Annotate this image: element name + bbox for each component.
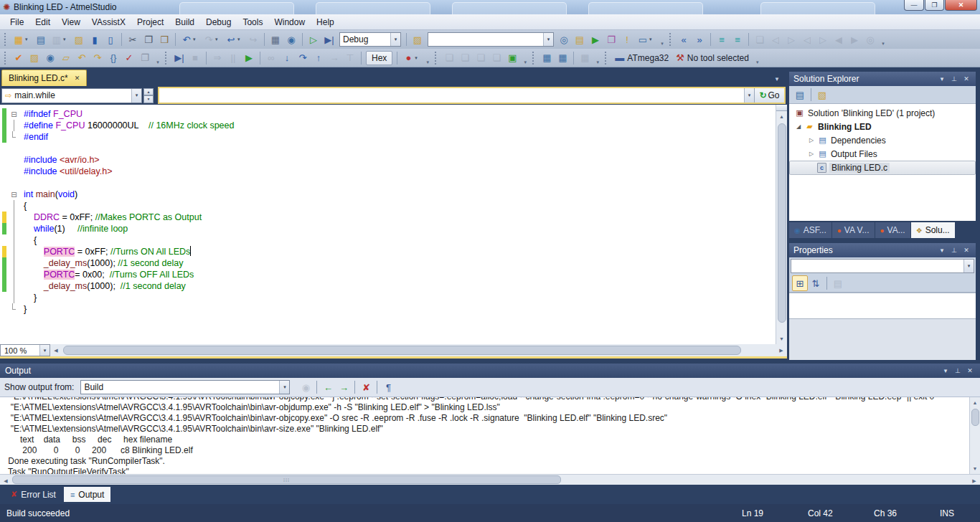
toolbar-grip[interactable] [435,52,439,65]
find-combo[interactable]: ▾ [428,32,554,47]
scroll-left-icon[interactable]: ◀ [0,475,11,487]
se-properties-button[interactable]: ▤ [792,87,808,103]
code-line-7[interactable] [0,177,787,189]
watch-window-button[interactable]: ❏ [441,50,457,66]
spinner-up-icon[interactable]: ▲ [143,88,154,96]
step-out-button[interactable]: ↑ [311,50,326,66]
toolbar-overflow-icon[interactable]: ▾ [659,32,666,47]
chevron-down-icon[interactable]: ▾ [390,33,400,46]
code-line-2[interactable]: #define F_CPU 16000000UL // 16MHz clock … [0,120,787,131]
spinner-down-icon[interactable]: ▼ [143,95,154,103]
code-line-17[interactable]: } [0,292,787,303]
document-tab[interactable]: Blinking LED.c* ✕ [1,70,87,86]
chevron-down-icon[interactable]: ▾ [543,33,553,46]
property-pages-button[interactable]: ▤ [830,275,846,291]
start-without-debugging-button[interactable]: ▶| [321,32,337,47]
va-find-references-button[interactable]: ◉ [42,50,58,66]
panel-tab-asf[interactable]: ◉ASF... [789,222,831,238]
autos-window-button[interactable]: ❏ [457,50,473,66]
toolbar-grip[interactable] [4,33,9,46]
locals-window-button[interactable]: ❏ [473,50,489,66]
menu-tools[interactable]: Tools [237,16,268,29]
scope-combo[interactable]: ⇨ main.while ▾ [1,88,142,103]
chevron-down-icon[interactable]: ▾ [415,55,421,61]
properties-window-button[interactable]: ▤ [572,32,588,47]
toolbar-grip[interactable] [165,52,169,65]
chip-config-button[interactable]: ▦ [555,50,570,66]
code-line-15[interactable]: PORTC= 0x00; //Turns OFF All LEDs [0,269,787,280]
scroll-up-icon[interactable]: ▲ [970,397,980,408]
splitter-handle[interactable] [776,105,787,111]
code-line-18[interactable]: } [0,303,787,315]
expander-collapsed-icon[interactable]: ▷ [806,151,816,157]
chevron-down-icon[interactable]: ▾ [963,260,974,272]
open-file-button[interactable]: ▨ [71,32,87,47]
object-browser-button[interactable]: ❐ [603,32,619,47]
output-titlebar[interactable]: Output ▾ ⊥ ✕ [0,364,980,378]
properties-grid[interactable] [789,293,976,318]
minimize-button[interactable]: — [904,0,924,11]
previous-bookmark-button[interactable]: ◁ [768,32,783,47]
breakpoint-button[interactable]: ● [400,50,416,66]
menu-window[interactable]: Window [268,16,311,29]
va-spell-check-button[interactable]: ✓ [121,50,137,66]
step-over-button[interactable]: ↷ [295,50,311,66]
code-line-9[interactable]: { [0,200,787,212]
toolbar-grip[interactable] [669,33,674,46]
alphabetical-button[interactable]: ⇅ [808,275,824,291]
code-line-11[interactable]: while(1) //infinite loop [0,223,787,234]
navigate-combo-input[interactable] [159,88,744,103]
scroll-down-icon[interactable]: ▼ [776,333,787,344]
scope-spinner[interactable]: ▲ ▼ [143,88,154,103]
tree-item[interactable]: cBlinking LED.c [789,161,976,175]
tree-item[interactable]: ▷▤Output Files [789,147,976,161]
menu-vassistx[interactable]: VAssistX [86,16,131,29]
show-next-statement-button[interactable]: ⇒ [209,50,225,66]
close-icon[interactable]: ✕ [961,75,971,82]
close-icon[interactable]: ✕ [961,247,971,254]
close-icon[interactable]: ✕ [965,367,975,374]
scrollbar-thumb[interactable] [971,409,979,426]
code-line-6[interactable]: #include <util/delay.h> [0,166,787,177]
show-all-files-button[interactable]: ▧ [814,87,830,103]
toolbar-overflow-icon[interactable]: ▾ [522,51,529,65]
cut-button[interactable]: ✂ [125,32,141,47]
code-line-5[interactable]: #include <avr/io.h> [0,154,787,166]
panel-tab-solu[interactable]: ❖Solu... [911,222,955,238]
uncomment-selection-button[interactable]: ≡ [730,32,745,47]
va-undo-button[interactable]: ↶ [74,50,90,66]
code-editor[interactable]: ⊟#ifndef F_CPU#define F_CPU 16000000UL /… [0,105,787,344]
output-text-area[interactable]: "E:\ATMEL\extensions\Atmel\AVRGCC\3.4.1.… [0,397,980,474]
command-window-button[interactable]: ▭ [635,32,651,47]
stop-button[interactable]: ■ [187,50,203,66]
menu-debug[interactable]: Debug [200,16,237,29]
properties-object-combo[interactable]: ▾ [791,259,974,273]
editor-horizontal-scrollbar[interactable]: ◀ ▶ [50,344,787,356]
expander-collapsed-icon[interactable]: ▷ [806,137,816,143]
chevron-down-icon[interactable]: ▾ [193,37,199,42]
output-horizontal-scrollbar[interactable]: ◀ ⁞⁞⁞ ▶ [0,474,980,485]
chevron-down-icon[interactable]: ▾ [131,89,141,103]
code-line-4[interactable] [0,143,787,154]
scrollbar-thumb[interactable] [63,346,741,355]
va-redo-button[interactable]: ↷ [90,50,105,66]
scrollbar-thumb[interactable]: ⁞⁞⁞ [12,475,561,484]
navigate-to-button[interactable]: ▶ [588,32,603,47]
properties-titlebar[interactable]: Properties ▾ ⊥ ✕ [789,243,976,257]
go-button[interactable]: ↻ Go [754,88,784,103]
chevron-down-icon[interactable]: ▾ [941,367,951,374]
chevron-down-icon[interactable]: ▾ [39,345,50,356]
scroll-up-icon[interactable]: ▲ [776,111,787,122]
bottom-tab-error-list[interactable]: ✘Error List [4,487,62,502]
code-line-16[interactable]: _delay_ms(1000); //1 second delay [0,280,787,292]
code-line-8[interactable]: ⊟int main(void) [0,189,787,200]
code-line-10[interactable]: DDRC = 0xFF; //Makes PORTC as Output [0,212,787,223]
navigate-forward-button[interactable]: ↪ [245,32,261,47]
code-line-1[interactable]: ⊟#ifndef F_CPU [0,108,787,120]
menu-build[interactable]: Build [169,16,200,29]
close-button[interactable]: ✕ [945,0,977,11]
selected-device-button[interactable]: ▬ATmega32 [611,50,672,66]
fold-margin[interactable]: ⊟ [9,189,19,200]
configuration-combo[interactable]: Debug▾ [339,32,401,47]
toolbar-overflow-icon[interactable]: ▾ [594,51,601,65]
